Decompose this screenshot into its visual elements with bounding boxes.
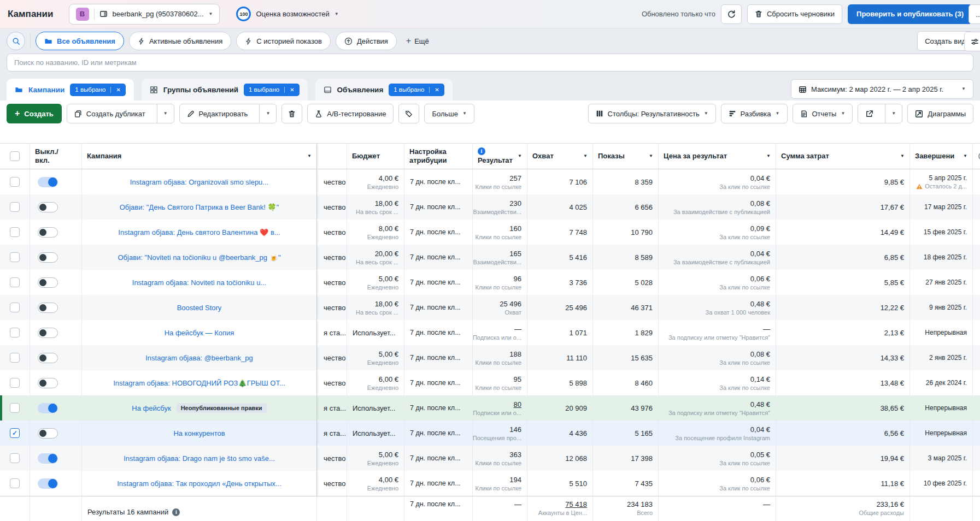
duplicate-button[interactable]: Создать дубликат ▼ bbox=[67, 104, 174, 123]
header-result[interactable]: iРезультат ▼ bbox=[473, 144, 527, 169]
review-publish-button[interactable]: Проверить и опубликовать (3) bbox=[848, 4, 972, 24]
date-range-selector[interactable]: Максимум: 2 мар 2022 г. — 2 апр 2025 г. … bbox=[791, 79, 973, 99]
tab-ads[interactable]: Объявления 1 выбрано✕ bbox=[315, 79, 453, 100]
campaign-name-link[interactable]: На фейсбук — Копия bbox=[165, 329, 234, 337]
header-reach[interactable]: Охват▼ bbox=[527, 144, 593, 169]
row-toggle[interactable] bbox=[38, 453, 58, 464]
sort-caret-icon[interactable]: ▼ bbox=[898, 153, 905, 159]
info-icon[interactable]: i bbox=[172, 508, 180, 516]
columns-button[interactable]: Столбцы: Результативность ▼ bbox=[588, 104, 716, 123]
row-checkbox[interactable]: ✓ bbox=[10, 227, 20, 237]
campaign-name-link[interactable]: На конкурентов bbox=[173, 429, 225, 437]
filter-pill-had-delivery[interactable]: С историей показов bbox=[236, 32, 331, 50]
reports-button[interactable]: Отчеты ▼ bbox=[793, 104, 853, 123]
row-toggle[interactable] bbox=[38, 403, 58, 413]
campaign-name-link[interactable]: Instagram објава: Noviteti na točioniku … bbox=[132, 279, 266, 287]
sort-caret-icon[interactable]: ▼ bbox=[581, 153, 588, 159]
more-filters-button[interactable]: + Ещё bbox=[402, 32, 433, 50]
sort-caret-icon[interactable]: ▼ bbox=[764, 153, 771, 159]
select-all-checkbox[interactable]: ✓ bbox=[10, 151, 20, 161]
filter-pill-active-ads[interactable]: Активные объявления bbox=[129, 32, 231, 50]
close-icon[interactable]: ✕ bbox=[284, 87, 294, 93]
row-toggle[interactable] bbox=[38, 202, 58, 212]
sort-caret-icon[interactable]: ▼ bbox=[515, 153, 522, 159]
table-row[interactable]: ✓ Instagram објава: Organizovali smo sle… bbox=[0, 169, 980, 194]
header-impressions[interactable]: Показы▼ bbox=[593, 144, 659, 169]
sort-caret-icon[interactable]: ▼ bbox=[961, 153, 967, 159]
campaign-name-link[interactable]: Instagram објава: День святого Валентина… bbox=[118, 228, 280, 236]
table-row[interactable]: ✓ Instagram објава: @beerbank_pg чество … bbox=[0, 345, 980, 370]
delete-button[interactable] bbox=[281, 104, 302, 123]
ab-test-button[interactable]: A/B-тестирование bbox=[307, 104, 394, 123]
header-cost-per-result[interactable]: Цена за результат▼ bbox=[659, 144, 776, 169]
export-dropdown[interactable]: ▼ bbox=[885, 104, 902, 123]
filter-pill-all-ads[interactable]: Все объявления bbox=[36, 32, 124, 50]
campaign-name-link[interactable]: Boosted Story bbox=[177, 304, 222, 312]
charts-button[interactable]: Диаграммы bbox=[907, 104, 973, 123]
row-checkbox[interactable]: ✓ bbox=[10, 378, 20, 388]
search-filter-button[interactable] bbox=[7, 32, 25, 50]
campaign-name-link[interactable]: Instagram објава: Drago nam je što smo v… bbox=[124, 454, 275, 463]
close-icon[interactable]: ✕ bbox=[110, 87, 120, 93]
campaign-name-link[interactable]: Instagram објава: Organizovali smo slepu… bbox=[130, 178, 268, 186]
row-checkbox[interactable]: ✓ bbox=[10, 328, 20, 338]
table-row[interactable]: ✓ Boosted Story чество 18,00 € На весь с… bbox=[0, 295, 980, 320]
row-toggle[interactable] bbox=[38, 478, 58, 489]
table-row[interactable]: ✓ Instagram објава: Drago nam je što smo… bbox=[0, 446, 980, 471]
row-toggle[interactable] bbox=[38, 252, 58, 263]
selected-count-badge[interactable]: 1 выбрано✕ bbox=[389, 84, 444, 96]
row-toggle[interactable] bbox=[38, 353, 58, 363]
table-row[interactable]: ✓ Објави: "День Святого Патрика в Beer B… bbox=[0, 194, 980, 220]
edit-button[interactable]: Редактировать ▼ bbox=[179, 104, 277, 123]
tab-campaigns[interactable]: Кампании 1 выбрано✕ bbox=[7, 79, 134, 100]
header-budget[interactable]: Бюджет bbox=[347, 144, 404, 169]
row-checkbox[interactable]: ✓ bbox=[10, 252, 20, 262]
header-ends[interactable]: Завершени▼ bbox=[910, 144, 973, 169]
row-checkbox[interactable]: ✓ bbox=[10, 177, 20, 187]
campaign-name-link[interactable]: Објави: "День Святого Патрика в Beer Ban… bbox=[120, 203, 279, 211]
selected-count-badge[interactable]: 1 выбрано✕ bbox=[70, 84, 125, 96]
breakdown-button[interactable]: Разбивка ▼ bbox=[721, 104, 788, 123]
row-checkbox[interactable]: ✓ bbox=[10, 353, 20, 363]
row-checkbox[interactable]: ✓ bbox=[10, 303, 20, 312]
overflow-menu-button[interactable]: ... bbox=[969, 4, 980, 24]
row-toggle[interactable] bbox=[38, 428, 58, 439]
edit-dropdown[interactable]: ▼ bbox=[259, 104, 276, 123]
row-toggle[interactable] bbox=[38, 303, 58, 313]
sort-caret-icon[interactable]: ▼ bbox=[305, 153, 312, 159]
campaign-name-link[interactable]: Instagram објава: НОВОГОДНИЙ РОЗ🎄ГРЫШ ОТ… bbox=[113, 379, 285, 387]
info-icon[interactable]: i bbox=[478, 147, 485, 155]
header-amount-spent[interactable]: Сумма затрат▼ bbox=[776, 144, 910, 169]
tab-ad-sets[interactable]: Группы объявлений 1 выбрано✕ bbox=[142, 79, 308, 100]
campaign-name-link[interactable]: Instagram објава: @beerbank_pg bbox=[145, 354, 253, 362]
table-row[interactable]: ✓ Објави: "Noviteti na točioniku u @beer… bbox=[0, 245, 980, 270]
campaign-name-link[interactable]: На фейсбук bbox=[132, 404, 171, 412]
table-row[interactable]: ✓ На конкурентов я ста... Использует... … bbox=[0, 421, 980, 446]
campaign-name-link[interactable]: Instagram објава: Так проходил «День отк… bbox=[117, 479, 281, 488]
row-checkbox[interactable]: ✓ bbox=[10, 478, 20, 488]
row-checkbox[interactable]: ✓ bbox=[10, 453, 20, 463]
row-toggle[interactable] bbox=[38, 277, 58, 288]
more-button[interactable]: Больше ▼ bbox=[424, 104, 474, 123]
export-button[interactable]: ▼ bbox=[858, 104, 902, 123]
view-settings-button[interactable] bbox=[964, 32, 980, 51]
search-input[interactable] bbox=[7, 54, 973, 72]
row-toggle[interactable] bbox=[38, 227, 58, 238]
create-button[interactable]: + Создать bbox=[7, 104, 62, 123]
table-row[interactable]: ✓ Instagram објава: Noviteti na točionik… bbox=[0, 270, 980, 295]
table-row[interactable]: ✓ На фейсбук Неопубликованные правки я с… bbox=[0, 395, 980, 421]
header-select-all[interactable]: ✓ bbox=[0, 144, 30, 169]
row-checkbox[interactable]: ✓ bbox=[10, 428, 20, 438]
opportunity-score[interactable]: 100 Оценка возможностей ▼ bbox=[236, 7, 338, 21]
duplicate-dropdown[interactable]: ▼ bbox=[157, 104, 174, 123]
account-selector[interactable]: B beerbank_pg (9503780602... ▼ bbox=[69, 4, 220, 25]
sort-caret-icon[interactable]: ▼ bbox=[647, 153, 653, 159]
header-campaign[interactable]: Кампания▼ bbox=[82, 144, 317, 169]
table-row[interactable]: ✓ Instagram објава: Так проходил «День о… bbox=[0, 471, 980, 496]
refresh-button[interactable] bbox=[721, 4, 742, 24]
campaign-name-link[interactable]: Објави: "Noviteti na točioniku u @beerba… bbox=[118, 253, 280, 262]
filter-pill-actions[interactable]: Действия bbox=[336, 32, 397, 50]
close-icon[interactable]: ✕ bbox=[429, 87, 439, 93]
table-row[interactable]: ✓ Instagram објава: НОВОГОДНИЙ РОЗ🎄ГРЫШ … bbox=[0, 370, 980, 395]
table-row[interactable]: ✓ Instagram објава: День святого Валенти… bbox=[0, 220, 980, 245]
